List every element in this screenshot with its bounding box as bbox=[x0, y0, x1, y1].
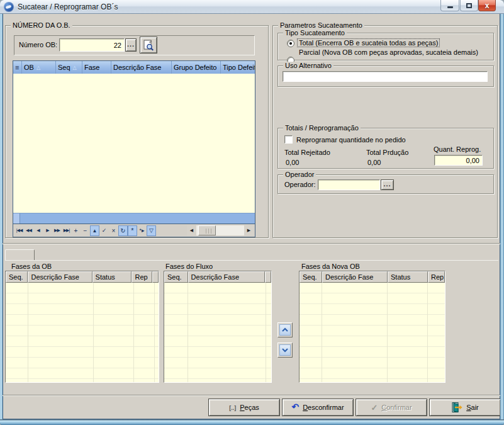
maximize-icon bbox=[466, 3, 472, 8]
undo-icon bbox=[291, 404, 299, 411]
fases-fluxo-col-filler bbox=[265, 271, 271, 283]
column-separator bbox=[266, 283, 266, 382]
grid-col-ob[interactable]: OB bbox=[22, 61, 56, 74]
scrollbar-track[interactable] bbox=[196, 225, 244, 235]
nav-first-button[interactable]: |◀◀ bbox=[14, 225, 24, 236]
window-frame-right bbox=[500, 14, 504, 419]
fases-nova-body[interactable] bbox=[300, 283, 445, 382]
selected-row-indicator bbox=[13, 213, 20, 224]
db-navigator: |◀◀ ◀◀ ◀ ▶ ▶▶ ▶▶| + − ▲ ✓ × ↻ * *▸ ▽ ◀ ▶ bbox=[13, 224, 255, 237]
fases-ob-col-rep[interactable]: Rep bbox=[132, 271, 152, 283]
move-up-button[interactable] bbox=[277, 322, 293, 337]
nav-filter-button[interactable]: ▽ bbox=[147, 225, 156, 236]
exit-door-icon bbox=[451, 402, 462, 412]
scrollbar-thumb[interactable] bbox=[198, 225, 216, 235]
fases-ob-col-seq[interactable]: Seq. bbox=[6, 271, 28, 283]
grid-horizontal-scrollbar[interactable]: ◀ ▶ bbox=[187, 225, 254, 235]
fases-fluxo-title: Fases do Fluxo bbox=[165, 263, 213, 270]
reprogramar-checkbox[interactable] bbox=[284, 135, 293, 144]
nav-prior-page-button[interactable]: ◀◀ bbox=[24, 225, 33, 236]
nav-next-button[interactable]: ▶ bbox=[43, 225, 52, 236]
total-producao-value: 0,00 bbox=[367, 159, 381, 166]
bottom-tab[interactable] bbox=[5, 249, 35, 261]
scroll-left-icon[interactable]: ◀ bbox=[187, 225, 196, 235]
desconfirmar-button[interactable]: Desconfirmar bbox=[282, 399, 354, 416]
quant-reprog-input[interactable] bbox=[434, 155, 483, 166]
sair-button[interactable]: Sair bbox=[429, 399, 501, 416]
radio-total[interactable] bbox=[287, 40, 294, 47]
fases-nova-col-seq[interactable]: Seq. bbox=[300, 271, 322, 283]
radio-total-label[interactable]: Total (Encerra OB e sucateia todas as pe… bbox=[298, 39, 439, 47]
nav-edit-button[interactable]: ▲ bbox=[90, 225, 99, 236]
section-divider bbox=[1, 243, 503, 244]
grid-col-grupo-defeito[interactable]: Grupo Defeito bbox=[172, 61, 221, 74]
reprogramar-label[interactable]: Reprogramar quantidade no pedido bbox=[296, 136, 406, 144]
nav-prior-button[interactable]: ◀ bbox=[33, 225, 43, 236]
nav-delete-button[interactable]: − bbox=[81, 225, 90, 236]
column-separator bbox=[28, 283, 28, 382]
nav-insert-button[interactable]: + bbox=[71, 225, 81, 236]
fases-fluxo-header: Seq. Descrição Fase bbox=[164, 271, 271, 283]
page-magnifier-icon bbox=[143, 40, 154, 51]
fases-nova-col-rep[interactable]: Rep bbox=[428, 271, 445, 283]
fases-fluxo-grid: Seq. Descrição Fase bbox=[164, 271, 272, 383]
total-rejeitado-value: 0,00 bbox=[286, 159, 299, 166]
nav-last-button[interactable]: ▶▶| bbox=[62, 225, 71, 236]
move-down-button[interactable] bbox=[277, 343, 293, 358]
nav-next-page-button[interactable]: ▶▶ bbox=[52, 225, 62, 236]
numero-ob-browse-button[interactable]: ... bbox=[125, 38, 137, 52]
fases-ob-col-filler bbox=[152, 271, 159, 283]
operador-group-title: Operador bbox=[283, 171, 316, 178]
fases-fluxo-col-descricao[interactable]: Descrição Fase bbox=[188, 271, 265, 283]
numero-ob-input[interactable] bbox=[59, 38, 125, 52]
column-separator bbox=[427, 283, 428, 382]
app-logo-icon[interactable] bbox=[4, 2, 14, 12]
maximize-button[interactable] bbox=[460, 0, 478, 11]
grid-col-tipo-defeito[interactable]: Tipo Defeito bbox=[221, 61, 255, 74]
column-separator bbox=[188, 283, 188, 382]
fases-nova-grid: Seq. Descrição Fase Status Rep bbox=[299, 271, 445, 383]
chevron-down-icon bbox=[281, 348, 289, 353]
radio-parcial-label[interactable]: Parcial (Nova OB com peças aprovadas, su… bbox=[299, 48, 478, 56]
nav-cancel-button[interactable]: × bbox=[109, 225, 118, 236]
fases-ob-col-status[interactable]: Status bbox=[92, 271, 132, 283]
fases-nova-col-status[interactable]: Status bbox=[388, 271, 428, 283]
fases-fluxo-col-seq[interactable]: Seq. bbox=[164, 271, 188, 283]
close-icon: x bbox=[485, 2, 490, 9]
operador-browse-button[interactable]: ... bbox=[381, 179, 394, 190]
column-separator bbox=[322, 283, 322, 382]
grid-indicator-column[interactable] bbox=[13, 61, 22, 74]
grid-col-descricao-fase[interactable]: Descrição Fase bbox=[111, 61, 172, 74]
quant-reprog-label: Quant. Reprog. bbox=[434, 145, 481, 153]
fases-fluxo-body[interactable] bbox=[164, 283, 271, 382]
preview-button[interactable] bbox=[140, 37, 157, 54]
grid-col-seq[interactable]: Seq bbox=[56, 61, 82, 74]
column-separator bbox=[133, 283, 134, 382]
minimize-button[interactable] bbox=[440, 0, 459, 11]
close-button[interactable]: x bbox=[478, 0, 496, 11]
nav-refresh-button[interactable]: ↻ bbox=[118, 225, 128, 236]
uso-alternativo-input[interactable] bbox=[283, 71, 488, 82]
operador-input[interactable] bbox=[318, 179, 380, 190]
fases-ob-body[interactable] bbox=[6, 283, 159, 382]
fases-ob-title: Fases da OB bbox=[11, 263, 52, 270]
fases-nova-col-descricao[interactable]: Descrição Fase bbox=[322, 271, 388, 283]
titlebar[interactable]: Sucatear / Reprogramar OB´s x bbox=[0, 0, 504, 14]
grid-col-fase[interactable]: Fase bbox=[82, 61, 111, 74]
nav-post-button[interactable]: ✓ bbox=[99, 225, 109, 236]
ob-grid-body[interactable] bbox=[13, 74, 255, 213]
scroll-right-icon[interactable]: ▶ bbox=[244, 225, 254, 235]
fases-ob-header: Seq. Descrição Fase Status Rep bbox=[6, 271, 159, 283]
nav-goto-bookmark-button[interactable]: *▸ bbox=[137, 225, 147, 236]
ob-grid: OB Seq Fase Descrição Fase Grupo Defeito… bbox=[13, 60, 255, 237]
fases-ob-col-descricao[interactable]: Descrição Fase bbox=[28, 271, 92, 283]
pecas-button[interactable]: Peças bbox=[208, 399, 280, 416]
nav-bookmark-button[interactable]: * bbox=[128, 225, 137, 236]
ob-grid-selected-row[interactable] bbox=[13, 213, 255, 224]
parametros-group-title: Parametros Sucateamento bbox=[278, 21, 364, 29]
total-rejeitado-label: Total Rejeitado bbox=[284, 149, 330, 156]
window-title: Sucatear / Reprogramar OB´s bbox=[18, 3, 118, 11]
column-separator bbox=[154, 283, 155, 382]
column-separator bbox=[93, 283, 94, 382]
minimize-icon bbox=[447, 6, 453, 8]
